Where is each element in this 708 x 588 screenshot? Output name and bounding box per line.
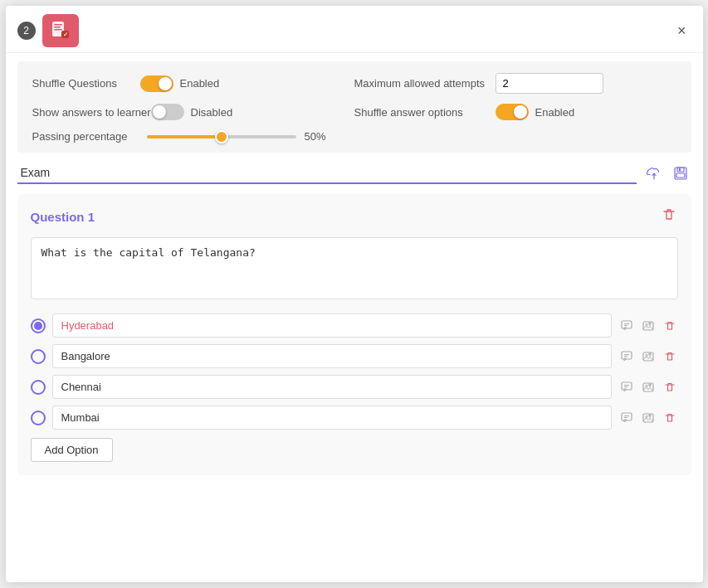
svg-point-35 (645, 415, 647, 417)
option-delete-btn-3[interactable] (662, 379, 678, 396)
shuffle-questions-status: Enabled (180, 77, 220, 90)
delete-question-button[interactable] (660, 206, 678, 227)
show-answers-thumb (153, 105, 166, 119)
options-list (31, 313, 678, 430)
svg-rect-9 (679, 168, 681, 171)
option-radio-2[interactable] (31, 349, 46, 364)
exam-actions (643, 163, 691, 184)
max-attempts-input[interactable] (496, 73, 603, 94)
image-icon-2 (642, 350, 655, 363)
image-icon-3 (642, 381, 655, 394)
passing-percentage-label: Passing percentage (32, 130, 140, 143)
delete-icon-1 (663, 319, 676, 333)
cloud-upload-button[interactable] (643, 163, 665, 184)
close-button[interactable]: × (672, 22, 691, 40)
shuffle-answer-toggle[interactable] (496, 104, 529, 120)
slider-container: 50% (147, 130, 326, 143)
save-icon (672, 165, 689, 182)
option-delete-btn-1[interactable] (662, 318, 678, 334)
comment-icon-1 (620, 319, 633, 333)
comment-icon-3 (620, 381, 633, 394)
passing-percentage-value: 50% (305, 130, 326, 143)
add-option-button[interactable]: Add Option (31, 438, 113, 462)
settings-row-3: Passing percentage 50% (32, 130, 676, 143)
delete-icon-2 (663, 350, 676, 363)
passing-percentage-row: Passing percentage 50% (32, 130, 326, 143)
option-actions-3 (618, 379, 678, 396)
option-image-btn-2[interactable] (640, 348, 657, 365)
passing-percentage-slider[interactable] (147, 135, 296, 138)
option-row (31, 406, 678, 430)
shuffle-answer-label: Shuffle answer options (354, 106, 496, 119)
shuffle-questions-thumb (159, 77, 172, 90)
option-actions-2 (618, 348, 678, 365)
option-comment-btn-2[interactable] (618, 348, 635, 365)
settings-panel: Shuffle Questions Enabled Maximum allowe… (17, 61, 691, 153)
option-actions-1 (618, 318, 678, 334)
svg-rect-3 (54, 29, 62, 31)
option-radio-3[interactable] (31, 380, 46, 395)
option-image-btn-3[interactable] (640, 379, 657, 396)
option-row (31, 344, 678, 368)
exam-title-input[interactable] (17, 163, 637, 184)
shuffle-answer-status: Enabled (535, 106, 575, 119)
show-answers-toggle[interactable] (151, 104, 184, 120)
option-comment-btn-1[interactable] (618, 318, 635, 334)
app-icon: ✓ (42, 14, 79, 47)
option-comment-btn-4[interactable] (618, 410, 635, 426)
questions-area[interactable]: Question 1 What is the capital of Telang… (6, 189, 703, 582)
option-radio-1[interactable] (31, 318, 46, 333)
option-row (31, 313, 678, 338)
badge: 2 (17, 22, 36, 40)
delete-icon-4 (663, 411, 676, 425)
option-actions-4 (618, 410, 678, 426)
show-answers-status: Disabled (191, 106, 233, 119)
max-attempts-setting: Maximum allowed attempts (354, 73, 676, 94)
question-title: Question 1 (31, 210, 95, 224)
comment-icon-2 (620, 350, 633, 363)
svg-rect-2 (54, 27, 61, 28)
question-card: Question 1 What is the capital of Telang… (17, 194, 691, 475)
save-button[interactable] (670, 163, 691, 184)
exam-title-row (6, 159, 703, 189)
modal-header: 2 ✓ × (6, 6, 703, 53)
svg-point-28 (645, 385, 647, 386)
option-image-btn-1[interactable] (640, 318, 657, 334)
question-header: Question 1 (31, 206, 678, 227)
option-image-btn-4[interactable] (640, 410, 657, 426)
settings-row-1: Shuffle Questions Enabled Maximum allowe… (32, 73, 676, 94)
option-comment-btn-3[interactable] (618, 379, 635, 396)
trash-question-icon (662, 207, 676, 222)
option-delete-btn-4[interactable] (662, 410, 678, 426)
shuffle-answer-setting: Shuffle answer options Enabled (354, 104, 676, 120)
svg-rect-8 (676, 173, 685, 177)
modal-container: 2 ✓ × Shuffle Questions Enabled (6, 6, 703, 582)
option-delete-btn-2[interactable] (662, 348, 678, 365)
option-input-1[interactable] (52, 313, 612, 338)
question-text-area[interactable]: What is the capital of Telangana? (31, 237, 678, 299)
cloud-upload-icon (646, 165, 662, 182)
option-input-4[interactable] (52, 406, 612, 430)
svg-rect-1 (54, 24, 62, 26)
svg-point-14 (645, 323, 647, 325)
shuffle-questions-toggle[interactable] (140, 75, 173, 92)
option-radio-4[interactable] (31, 411, 46, 425)
option-row (31, 375, 678, 399)
show-answers-label: Show answers to learner (32, 106, 151, 119)
image-icon-1 (642, 319, 655, 333)
comment-icon-4 (620, 411, 633, 425)
shuffle-answer-thumb (514, 105, 527, 119)
svg-text:✓: ✓ (62, 32, 67, 37)
shuffle-questions-label: Shuffle Questions (32, 77, 140, 90)
option-input-3[interactable] (52, 375, 612, 399)
settings-row-2: Show answers to learner Disabled Shuffle… (32, 104, 676, 120)
shuffle-questions-setting: Shuffle Questions Enabled (32, 75, 354, 92)
max-attempts-label: Maximum allowed attempts (354, 77, 496, 90)
delete-icon-3 (663, 381, 676, 394)
image-icon-4 (642, 411, 655, 425)
svg-point-21 (645, 354, 647, 356)
option-input-2[interactable] (52, 344, 612, 368)
show-answers-setting: Show answers to learner Disabled (32, 104, 354, 120)
